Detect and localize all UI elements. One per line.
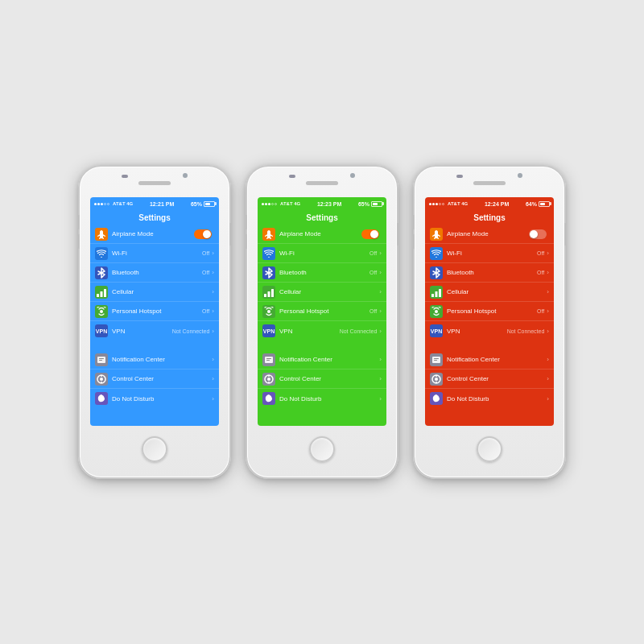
settings-row2-0[interactable]: Notification Center › — [258, 350, 386, 369]
volume-down-button[interactable] — [77, 234, 80, 249]
airplane-toggle[interactable] — [361, 229, 379, 239]
row-chevron: › — [212, 269, 214, 276]
row-label: Wi-Fi — [447, 250, 537, 257]
svg-rect-16 — [266, 358, 271, 359]
row-chevron: › — [379, 288, 382, 295]
settings-row-0[interactable]: Airplane Mode — [425, 225, 554, 244]
svg-rect-27 — [434, 358, 439, 359]
svg-rect-28 — [434, 360, 437, 361]
row-chevron: › — [212, 395, 214, 402]
svg-rect-23 — [436, 291, 438, 297]
settings-row-1[interactable]: Wi-Fi Off› — [90, 244, 219, 263]
home-button[interactable] — [309, 436, 335, 462]
settings-row2-2[interactable]: Do Not Disturb › — [425, 389, 554, 408]
settings-row-4[interactable]: Personal Hotspot Off› — [258, 302, 386, 321]
signal — [262, 203, 277, 205]
svg-point-19 — [267, 378, 270, 381]
settings-row-2[interactable]: Bluetooth Off› — [258, 263, 386, 283]
volume-up-button[interactable] — [245, 215, 247, 229]
phone-green: AT&T 4G 12:23 PM 65% Settings Air — [246, 165, 398, 479]
airplane-toggle[interactable] — [194, 229, 212, 239]
row-value: Off — [202, 308, 209, 314]
sleep-button[interactable] — [397, 223, 399, 246]
row-label: VPN — [112, 328, 172, 335]
row-icon — [95, 228, 108, 241]
battery-icon — [539, 201, 550, 207]
row-label: Cellular — [279, 288, 377, 295]
row-chevron: › — [547, 395, 549, 402]
row-chevron: › — [212, 308, 214, 315]
settings-row-3[interactable]: Cellular › — [425, 283, 554, 302]
row-icon — [95, 247, 108, 260]
settings-row-3[interactable]: Cellular › — [90, 283, 219, 302]
volume-up-button[interactable] — [412, 215, 415, 229]
settings-row-1[interactable]: Wi-Fi Off› — [425, 244, 554, 263]
row-icon — [95, 353, 108, 366]
row-chevron: › — [379, 395, 382, 402]
row-value: Off — [369, 308, 377, 314]
row-icon — [262, 373, 275, 386]
row-icon — [95, 392, 108, 405]
battery-icon — [371, 201, 382, 207]
status-bar: AT&T 4G 12:24 PM 64% — [425, 197, 554, 210]
row-icon — [262, 305, 275, 318]
settings-row2-2[interactable]: Do Not Disturb › — [90, 389, 219, 408]
row-chevron: › — [547, 269, 549, 276]
volume-down-button[interactable] — [245, 234, 247, 249]
settings-row-0[interactable]: Airplane Mode — [258, 225, 386, 244]
camera — [183, 173, 188, 178]
row-label: Personal Hotspot — [447, 308, 537, 315]
home-button[interactable] — [142, 436, 167, 462]
settings-row2-1[interactable]: Control Center › — [258, 369, 386, 389]
settings-row2-1[interactable]: Control Center › — [425, 369, 554, 389]
settings-row-5[interactable]: VPN VPN Not Connected› — [90, 321, 219, 341]
airplane-toggle[interactable] — [529, 229, 547, 239]
status-left: AT&T 4G — [94, 201, 133, 206]
row-chevron: › — [379, 250, 382, 257]
time: 12:21 PM — [150, 201, 174, 207]
status-left: AT&T 4G — [262, 201, 300, 206]
settings-row2-0[interactable]: Notification Center › — [425, 350, 554, 369]
row-chevron: › — [379, 375, 382, 382]
svg-rect-17 — [266, 360, 270, 361]
home-button[interactable] — [477, 436, 502, 462]
settings-row2-0[interactable]: Notification Center › — [90, 350, 219, 369]
row-label: Do Not Disturb — [112, 395, 212, 402]
settings-row-4[interactable]: Personal Hotspot Off› — [425, 302, 554, 321]
svg-rect-0 — [97, 294, 99, 297]
settings-title: Settings — [90, 210, 219, 225]
status-right: 65% — [358, 201, 382, 207]
settings-row-3[interactable]: Cellular › — [258, 283, 386, 302]
row-label: Bluetooth — [112, 269, 202, 276]
row-value: Off — [202, 270, 209, 275]
settings-row-5[interactable]: VPN VPN Not Connected› — [258, 321, 386, 341]
signal — [94, 203, 109, 205]
volume-up-button[interactable] — [77, 215, 80, 229]
settings-row-5[interactable]: VPN VPN Not Connected› — [425, 321, 554, 341]
sleep-button[interactable] — [229, 223, 232, 246]
sleep-button[interactable] — [564, 223, 567, 246]
row-label: Airplane Mode — [447, 230, 529, 237]
row-chevron: › — [212, 375, 214, 382]
volume-down-button[interactable] — [412, 234, 415, 249]
row-icon — [95, 286, 108, 299]
settings-row-2[interactable]: Bluetooth Off› — [90, 263, 219, 283]
row-value: Off — [202, 250, 209, 256]
settings-row-2[interactable]: Bluetooth Off› — [425, 263, 554, 283]
row-value: Off — [537, 250, 544, 256]
phone-red: AT&T 4G 12:24 PM 64% Settings Air — [413, 165, 566, 479]
row-value: Not Connected — [507, 328, 545, 334]
svg-rect-11 — [264, 294, 266, 297]
sensor — [289, 175, 295, 178]
phone-bottom — [80, 426, 229, 477]
row-label: Do Not Disturb — [279, 395, 379, 402]
settings-row2-2[interactable]: Do Not Disturb › — [258, 389, 386, 408]
row-chevron: › — [547, 308, 549, 315]
section-system: Notification Center › Control Center › D… — [90, 350, 219, 408]
settings-row-4[interactable]: Personal Hotspot Off› — [90, 302, 219, 321]
settings-row-1[interactable]: Wi-Fi Off› — [258, 244, 386, 263]
row-icon — [430, 373, 443, 386]
settings-title: Settings — [425, 210, 554, 225]
settings-row-0[interactable]: Airplane Mode — [90, 225, 219, 244]
settings-row2-1[interactable]: Control Center › — [90, 369, 219, 389]
